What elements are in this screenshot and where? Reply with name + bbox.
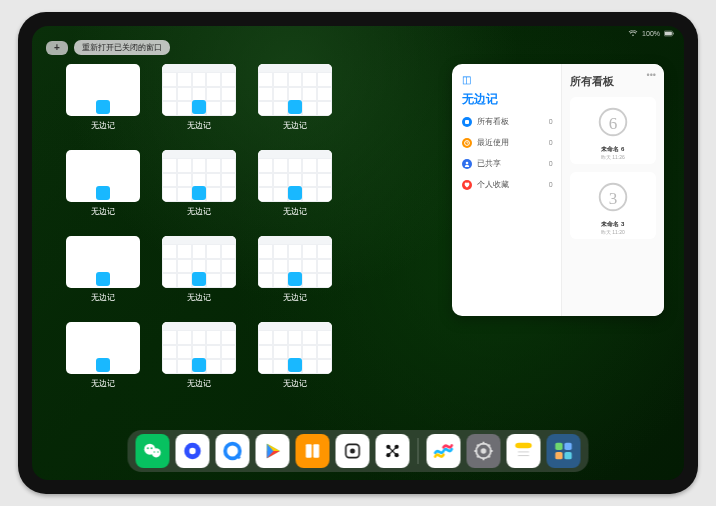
- status-bar: 100%: [628, 30, 674, 37]
- svg-rect-30: [515, 443, 532, 449]
- app-window-label: 无边记: [283, 206, 307, 217]
- category-count: 0: [549, 118, 553, 125]
- category-count: 0: [549, 139, 553, 146]
- panel-content: 所有看板 6未命名 6昨天 11:263未命名 3昨天 11:20: [562, 64, 664, 316]
- panel-sidebar: ◫ 无边记 所有看板0最近使用0已共享0个人收藏0: [452, 64, 562, 316]
- svg-point-5: [466, 161, 469, 164]
- svg-rect-35: [555, 452, 562, 459]
- dock: [128, 430, 589, 472]
- window-thumbnail: [258, 150, 332, 202]
- svg-point-13: [151, 447, 153, 449]
- dock-wechat-icon[interactable]: [136, 434, 170, 468]
- category-count: 0: [549, 160, 553, 167]
- dock-browser-circle-icon[interactable]: [176, 434, 210, 468]
- dock-freeform-icon[interactable]: [427, 434, 461, 468]
- category-label: 所有看板: [477, 116, 509, 127]
- app-switcher-grid: 无边记无边记无边记无边记无边记无边记无边记无边记无边记无边记无边记无边记: [66, 64, 428, 422]
- app-window[interactable]: 无边记: [66, 322, 140, 392]
- svg-rect-34: [564, 443, 571, 450]
- app-window-label: 无边记: [91, 292, 115, 303]
- dock-q-browser-icon[interactable]: [216, 434, 250, 468]
- board-list: 6未命名 6昨天 11:263未命名 3昨天 11:20: [570, 97, 656, 239]
- svg-text:6: 6: [609, 114, 618, 133]
- app-window-label: 无边记: [283, 120, 307, 131]
- screen: 100% + 重新打开已关闭的窗口 无边记无边记无边记无边记无边记无边记无边记无…: [32, 26, 684, 480]
- battery-text: 100%: [642, 30, 660, 37]
- app-window-label: 无边记: [283, 292, 307, 303]
- board-preview: 3: [589, 176, 637, 218]
- category-square[interactable]: 所有看板0: [462, 116, 553, 127]
- app-window-label: 无边记: [187, 378, 211, 389]
- workspace: 无边记无边记无边记无边记无边记无边记无边记无边记无边记无边记无边记无边记 •••…: [66, 64, 664, 422]
- dock-notes-icon[interactable]: [507, 434, 541, 468]
- dock-settings-icon[interactable]: [467, 434, 501, 468]
- svg-rect-1: [665, 32, 672, 36]
- category-clock[interactable]: 最近使用0: [462, 137, 553, 148]
- app-window[interactable]: 无边记: [66, 150, 140, 220]
- sidebar-toggle-icon[interactable]: ◫: [462, 74, 553, 85]
- svg-point-15: [157, 451, 158, 452]
- window-thumbnail: [258, 64, 332, 116]
- app-window-label: 无边记: [187, 292, 211, 303]
- clock-icon: [462, 138, 472, 148]
- svg-point-11: [152, 448, 161, 457]
- new-window-button[interactable]: +: [46, 41, 68, 55]
- toolbar: + 重新打开已关闭的窗口: [46, 40, 170, 55]
- category-person[interactable]: 已共享0: [462, 158, 553, 169]
- app-window[interactable]: 无边记: [162, 322, 236, 392]
- app-window[interactable]: 无边记: [66, 236, 140, 306]
- category-list: 所有看板0最近使用0已共享0个人收藏0: [462, 116, 553, 190]
- panel-title: 无边记: [462, 91, 553, 108]
- freeform-panel[interactable]: ••• ◫ 无边记 所有看板0最近使用0已共享0个人收藏0 所有看板 6未命名 …: [452, 64, 664, 316]
- svg-rect-33: [555, 443, 562, 450]
- app-window-label: 无边记: [283, 378, 307, 389]
- category-label: 个人收藏: [477, 179, 509, 190]
- app-window[interactable]: 无边记: [258, 64, 332, 134]
- board-name: 未命名 6: [601, 145, 624, 154]
- svg-rect-36: [564, 452, 571, 459]
- dock-books-icon[interactable]: [296, 434, 330, 468]
- window-thumbnail: [66, 150, 140, 202]
- window-thumbnail: [66, 322, 140, 374]
- board-card[interactable]: 6未命名 6昨天 11:26: [570, 97, 656, 164]
- window-thumbnail: [258, 322, 332, 374]
- window-thumbnail: [162, 150, 236, 202]
- board-name: 未命名 3: [601, 220, 624, 229]
- svg-point-12: [147, 447, 149, 449]
- category-heart[interactable]: 个人收藏0: [462, 179, 553, 190]
- panel-right-title: 所有看板: [570, 74, 656, 89]
- svg-text:3: 3: [609, 189, 618, 208]
- window-thumbnail: [258, 236, 332, 288]
- app-window[interactable]: 无边记: [162, 64, 236, 134]
- app-window[interactable]: 无边记: [162, 150, 236, 220]
- board-card[interactable]: 3未命名 3昨天 11:20: [570, 172, 656, 239]
- window-thumbnail: [66, 64, 140, 116]
- category-label: 最近使用: [477, 137, 509, 148]
- more-icon[interactable]: •••: [647, 70, 656, 80]
- svg-rect-20: [313, 444, 319, 457]
- app-window-label: 无边记: [187, 120, 211, 131]
- svg-rect-19: [306, 444, 312, 457]
- app-window-label: 无边记: [91, 378, 115, 389]
- window-thumbnail: [66, 236, 140, 288]
- app-window[interactable]: 无边记: [258, 322, 332, 392]
- app-window-label: 无边记: [91, 206, 115, 217]
- svg-point-28: [481, 448, 487, 454]
- dock-separator: [418, 438, 419, 464]
- app-window[interactable]: 无边记: [258, 150, 332, 220]
- app-window[interactable]: 无边记: [162, 236, 236, 306]
- app-window-label: 无边记: [91, 120, 115, 131]
- app-window[interactable]: 无边记: [66, 64, 140, 134]
- square-icon: [462, 117, 472, 127]
- dock-app-library-icon[interactable]: [547, 434, 581, 468]
- ipad-frame: 100% + 重新打开已关闭的窗口 无边记无边记无边记无边记无边记无边记无边记无…: [18, 12, 698, 494]
- dock-dots-icon[interactable]: [376, 434, 410, 468]
- board-time: 昨天 11:26: [601, 154, 625, 160]
- dock-dice-icon[interactable]: [336, 434, 370, 468]
- person-icon: [462, 159, 472, 169]
- app-window[interactable]: 无边记: [258, 236, 332, 306]
- reopen-closed-window-button[interactable]: 重新打开已关闭的窗口: [74, 40, 170, 55]
- dock-play-icon[interactable]: [256, 434, 290, 468]
- category-count: 0: [549, 181, 553, 188]
- svg-point-14: [154, 451, 155, 452]
